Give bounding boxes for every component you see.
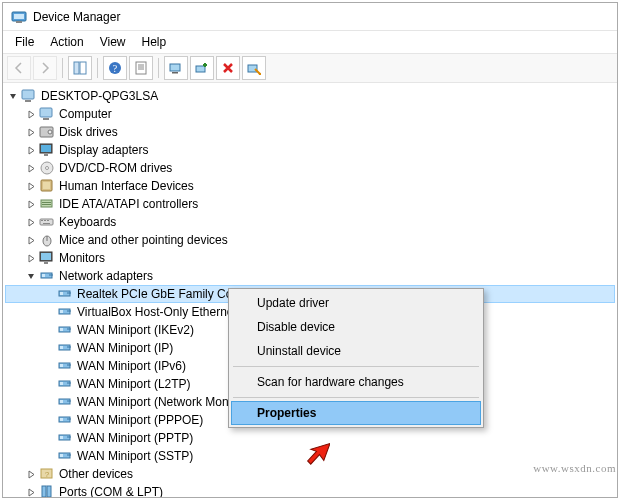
tree-category[interactable]: DVD/CD-ROM drives [5,159,615,177]
context-menu-separator [233,397,479,398]
add-hardware-button[interactable] [190,56,214,80]
titlebar: Device Manager [3,3,617,31]
category-icon [39,214,55,230]
menu-update-driver[interactable]: Update driver [231,291,481,315]
menu-disable-device[interactable]: Disable device [231,315,481,339]
device-label: WAN Miniport (IPv6) [77,359,186,373]
uninstall-button[interactable] [216,56,240,80]
help-button[interactable]: ? [103,56,127,80]
svg-rect-12 [172,72,178,74]
expander-none [43,342,55,354]
expander-closed-icon[interactable] [25,252,37,264]
tree-device[interactable]: WAN Miniport (PPTP) [5,429,615,447]
svg-rect-64 [60,400,63,403]
svg-rect-7 [136,62,146,74]
svg-rect-73 [60,454,63,457]
tree-category[interactable]: Monitors [5,249,615,267]
root-label: DESKTOP-QPG3LSA [41,89,158,103]
tree-category[interactable]: ?Other devices [5,465,615,483]
category-label: DVD/CD-ROM drives [59,161,172,175]
tree-category[interactable]: Mice and other pointing devices [5,231,615,249]
svg-rect-24 [44,154,48,156]
tree-device[interactable]: WAN Miniport (SSTP) [5,447,615,465]
network-adapter-icon [57,412,73,428]
expander-open-icon[interactable] [7,90,19,102]
tree-category[interactable]: Disk drives [5,123,615,141]
watermark: www.wsxdn.com [533,462,616,474]
expander-closed-icon[interactable] [25,162,37,174]
svg-rect-49 [60,310,63,313]
svg-point-21 [48,130,52,134]
expander-closed-icon[interactable] [25,486,37,497]
tree-category[interactable]: Keyboards [5,213,615,231]
expander-none [43,378,55,390]
svg-rect-28 [43,182,50,189]
context-menu: Update driver Disable device Uninstall d… [228,288,484,428]
device-label: WAN Miniport (PPTP) [77,431,193,445]
tree-category[interactable]: Ports (COM & LPT) [5,483,615,497]
category-label: Computer [59,107,112,121]
tree-category[interactable]: Computer [5,105,615,123]
category-icon [39,178,55,194]
expander-closed-icon[interactable] [25,234,37,246]
menubar: File Action View Help [3,31,617,53]
category-icon [39,106,55,122]
menu-view[interactable]: View [92,33,134,51]
expander-closed-icon[interactable] [25,180,37,192]
svg-rect-35 [47,220,49,221]
expander-open-icon[interactable] [25,270,37,282]
expander-closed-icon[interactable] [25,198,37,210]
app-icon [11,9,27,25]
network-adapter-icon [57,448,73,464]
svg-rect-36 [43,223,50,224]
tree-category[interactable]: IDE ATA/ATAPI controllers [5,195,615,213]
menu-help[interactable]: Help [134,33,175,51]
network-adapter-icon [57,376,73,392]
menu-scan-hardware[interactable]: Scan for hardware changes [231,370,481,394]
svg-rect-78 [47,486,51,497]
computer-icon [21,88,37,104]
toolbar-separator [158,58,159,78]
tree-category[interactable]: Display adapters [5,141,615,159]
tree-category[interactable]: Human Interface Devices [5,177,615,195]
svg-rect-17 [25,100,31,102]
category-icon [39,268,55,284]
disable-button[interactable] [242,56,266,80]
svg-point-26 [46,167,49,170]
expander-closed-icon[interactable] [25,144,37,156]
show-hide-tree-button[interactable] [68,56,92,80]
svg-rect-43 [42,274,45,277]
expander-closed-icon[interactable] [25,468,37,480]
device-label: WAN Miniport (L2TP) [77,377,191,391]
menu-properties[interactable]: Properties [231,401,481,425]
svg-rect-18 [40,108,52,117]
context-menu-separator [233,366,479,367]
menu-action[interactable]: Action [42,33,91,51]
category-label: Disk drives [59,125,118,139]
forward-button[interactable] [33,56,57,80]
category-label: Network adapters [59,269,153,283]
svg-rect-77 [42,486,46,497]
menu-uninstall-device[interactable]: Uninstall device [231,339,481,363]
svg-rect-58 [60,364,63,367]
device-label: WAN Miniport (IP) [77,341,173,355]
category-icon: ? [39,466,55,482]
category-icon [39,124,55,140]
expander-none [43,396,55,408]
category-label: Keyboards [59,215,116,229]
tree-root[interactable]: DESKTOP-QPG3LSA [5,87,615,105]
scan-hardware-button[interactable] [164,56,188,80]
expander-closed-icon[interactable] [25,216,37,228]
menu-file[interactable]: File [7,33,42,51]
device-label: WAN Miniport (SSTP) [77,449,193,463]
svg-rect-23 [41,145,51,152]
svg-rect-52 [60,328,63,331]
expander-closed-icon[interactable] [25,108,37,120]
expander-closed-icon[interactable] [25,126,37,138]
svg-text:?: ? [45,470,50,479]
svg-rect-46 [60,292,63,295]
back-button[interactable] [7,56,31,80]
tree-category[interactable]: Network adapters [5,267,615,285]
properties-button[interactable] [129,56,153,80]
category-label: Mice and other pointing devices [59,233,228,247]
